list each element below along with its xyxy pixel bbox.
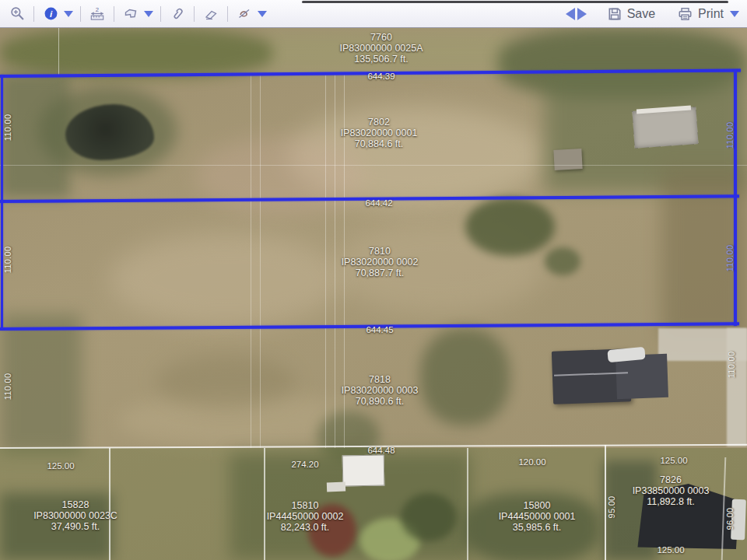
parcel-number: 7802 [341, 117, 418, 128]
dimension-label: 120.00 [518, 457, 545, 467]
survey-line [325, 75, 326, 448]
garden-shed [342, 455, 385, 487]
parcel-label-7818: 7818 IP83020000 0003 70,890.6 ft. [342, 374, 419, 407]
dimension-label-rotated: 110.00 [725, 245, 735, 272]
dimension-label-rotated: 110.00 [3, 373, 12, 401]
road [727, 328, 747, 446]
draw-tool-icon[interactable] [235, 5, 254, 23]
pond [65, 104, 154, 160]
toolbar: i 2 [0, 0, 747, 28]
next-icon[interactable] [577, 8, 587, 20]
polygon-dropdown-icon[interactable] [144, 11, 153, 17]
zoom-in-icon[interactable] [8, 5, 26, 23]
parcel-area: 37,490.5 ft. [33, 521, 117, 532]
dimension-label: 125.00 [660, 456, 687, 465]
parcel-label-7802: 7802 IP83020000 0001 70,884.6 ft. [341, 117, 418, 149]
parcel-area: 11,892.8 ft. [633, 496, 710, 507]
parcel-id: IP33850000 0003 [633, 485, 710, 496]
toolbar-separator [114, 6, 114, 22]
print-label: Print [698, 7, 724, 21]
parcel-number: 7810 [342, 246, 419, 257]
save-label: Save [627, 7, 655, 21]
parcel-number: 15810 [267, 500, 344, 511]
dimension-label: 644.42 [365, 198, 392, 208]
aerial-map-viewport[interactable]: 7760 IP83000000 0025A 135,506.7 ft. 7802… [0, 28, 747, 560]
print-icon [677, 6, 693, 22]
parcel-area: 135,506.7 ft. [339, 54, 423, 65]
dimension-label: 644.48 [367, 446, 395, 455]
parcel-id: IP83020000 0002 [342, 257, 419, 268]
save-icon [607, 6, 622, 22]
parcel-id: IP83020000 0001 [341, 128, 418, 138]
parcel-id: IP83020000 0003 [342, 385, 419, 396]
info-dropdown-icon[interactable] [64, 11, 73, 17]
shed-roof [553, 149, 582, 170]
dimension-label-rotated: 110.00 [3, 247, 12, 274]
parcel-number: 7760 [339, 32, 423, 43]
toolbar-separator [194, 6, 195, 22]
toolbar-separator [160, 6, 161, 22]
dimension-label-rotated: 95.00 [607, 495, 616, 518]
dimension-label: 274.20 [291, 460, 318, 469]
parcel-map-app: i 2 [0, 0, 747, 560]
parcel-area: 70,884.6 ft. [341, 138, 418, 149]
tree-canopy [359, 518, 420, 560]
selected-boundary-left [1, 75, 3, 329]
parcel-area: 82,243.0 ft. [267, 522, 344, 533]
dimension-label: 125.00 [657, 545, 684, 555]
tree-canopy [545, 247, 580, 275]
parcel-number: 15828 [33, 499, 117, 510]
parcel-label-7760: 7760 IP83000000 0025A 135,506.7 ft. [339, 32, 423, 65]
dimension-label-rotated: 110.00 [725, 122, 735, 149]
terrain-patch [117, 394, 366, 448]
parcel-line [264, 448, 265, 560]
measure-badge: 2 [96, 6, 99, 13]
parcel-id: IP44450000 0002 [267, 511, 344, 522]
tree-canopy [401, 493, 457, 541]
screen-photo-artifact [302, 1, 728, 3]
dimension-label: 125.00 [47, 461, 74, 471]
toolbar-separator [80, 6, 81, 22]
toolbar-separator [33, 6, 34, 22]
parcel-number: 7826 [633, 474, 710, 485]
parcel-line [605, 445, 606, 560]
parcel-label-7810: 7810 IP83020000 0002 70,887.7 ft. [342, 246, 419, 278]
parcel-id: IP44450000 0001 [499, 511, 576, 522]
parcel-label-15800: 15800 IP44450000 0001 35,985.6 ft. [499, 500, 576, 533]
dimension-label-rotated: 96.00 [725, 507, 735, 530]
survey-line [251, 75, 251, 448]
parcel-label-7826: 7826 IP33850000 0003 11,892.8 ft. [633, 474, 710, 507]
tree-canopy [420, 328, 510, 425]
tree-canopy [37, 86, 177, 176]
attachment-icon[interactable] [168, 5, 187, 23]
parcel-number: 7818 [342, 374, 419, 385]
selected-boundary-right [734, 70, 737, 326]
parcel-number: 15800 [499, 500, 576, 511]
terrain-patch [109, 233, 342, 327]
parcel-line [467, 448, 468, 560]
toolbar-separator [227, 6, 228, 22]
survey-line [58, 28, 59, 75]
parcel-label-15828: 15828 IP83000000 0023C 37,490.5 ft. [33, 499, 117, 532]
tree-canopy [0, 28, 272, 78]
terrain-patch [156, 355, 296, 409]
draw-dropdown-icon[interactable] [258, 11, 267, 17]
parcel-area: 70,887.7 ft. [342, 268, 419, 278]
parcel-line [0, 165, 747, 166]
parcel-area: 35,985.6 ft. [499, 522, 576, 533]
previous-icon[interactable] [566, 8, 575, 20]
measure-icon[interactable]: 2 [88, 5, 107, 23]
polygon-select-icon[interactable] [121, 5, 140, 23]
eraser-icon[interactable] [202, 5, 220, 23]
print-button[interactable]: Print [677, 6, 724, 22]
print-dropdown-icon[interactable] [730, 11, 739, 17]
survey-line [335, 75, 335, 448]
dimension-label: 644.39 [367, 72, 395, 81]
info-icon[interactable]: i [41, 5, 60, 23]
survey-line [260, 75, 261, 448]
save-button[interactable]: Save [607, 6, 655, 22]
dimension-label: 644.45 [366, 325, 393, 334]
dimension-label-rotated: 110.00 [3, 114, 12, 142]
parcel-id: IP83000000 0025A [339, 43, 423, 54]
tree-canopy [465, 198, 555, 256]
